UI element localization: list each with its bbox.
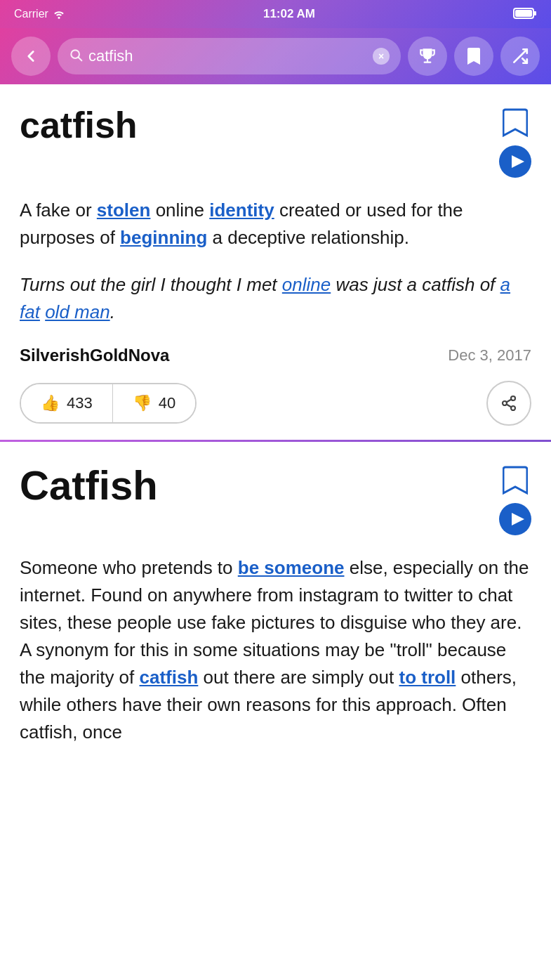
link-stolen[interactable]: stolen [97,200,151,221]
example-text-1: Turns out the girl I thought I met onlin… [20,271,531,326]
word-title-1: catfish [20,105,138,145]
upvote-count-1: 433 [67,394,93,412]
svg-line-5 [79,57,82,60]
play-button-2[interactable] [499,503,531,537]
svg-line-13 [507,405,512,407]
definition-header-2: Catfish [20,463,531,537]
thumbs-up-icon: 👍 [41,394,60,412]
link-beginning[interactable]: beginning [120,227,207,248]
definition-card-1: catfish A fake or stolen online identity… [0,84,551,440]
downvote-count-1: 40 [159,394,175,412]
back-button[interactable] [11,37,51,76]
definition-text-1: A fake or stolen online identity created… [20,197,531,251]
downvote-button-1[interactable]: 👎 40 [113,384,195,422]
bookmark-nav-button[interactable] [454,37,493,76]
content: catfish A fake or stolen online identity… [0,84,551,780]
battery-indicator [513,7,537,22]
share-button-1[interactable] [486,381,531,426]
definition-text-2: Someone who pretends to be someone else,… [20,554,531,746]
status-time: 11:02 AM [263,7,315,21]
search-clear-button[interactable]: × [373,48,390,65]
svg-rect-3 [515,10,532,17]
definition-card-2: Catfish Someone who pretends to be someo… [0,442,551,780]
trophy-button[interactable] [408,37,447,76]
carrier-indicator: Carrier [14,8,65,20]
link-be-someone[interactable]: be someone [238,557,345,578]
svg-rect-2 [533,11,536,15]
play-button-1[interactable] [499,145,531,180]
author-name-1: SilverishGoldNova [20,346,169,365]
bookmark-button-1[interactable] [503,108,528,140]
word-title-2: Catfish [20,463,158,508]
word-actions-2 [499,463,531,537]
nav-bar: × [0,28,551,84]
link-identity[interactable]: identity [209,200,274,221]
thumbs-down-icon: 👎 [133,394,152,412]
definition-header-1: catfish [20,105,531,180]
link-to-troll[interactable]: to troll [399,667,456,688]
upvote-button-1[interactable]: 👍 433 [21,384,113,422]
link-online[interactable]: online [282,274,331,295]
shuffle-button[interactable] [500,37,540,76]
vote-row-1: 👍 433 👎 40 [20,381,531,426]
vote-group-1: 👍 433 👎 40 [20,383,197,424]
link-old-man[interactable]: old man [45,301,110,322]
search-bar: × [58,38,401,74]
bookmark-button-2[interactable] [503,466,528,497]
word-actions-1 [499,105,531,180]
status-bar: Carrier 11:02 AM [0,0,551,28]
svg-point-0 [58,17,60,19]
svg-line-14 [507,400,512,403]
entry-date-1: Dec 3, 2017 [448,346,531,365]
search-input[interactable] [88,47,367,65]
definition-footer-1: SilverishGoldNova Dec 3, 2017 [20,346,531,365]
search-icon [69,48,83,65]
link-catfish-2[interactable]: catfish [140,667,199,688]
